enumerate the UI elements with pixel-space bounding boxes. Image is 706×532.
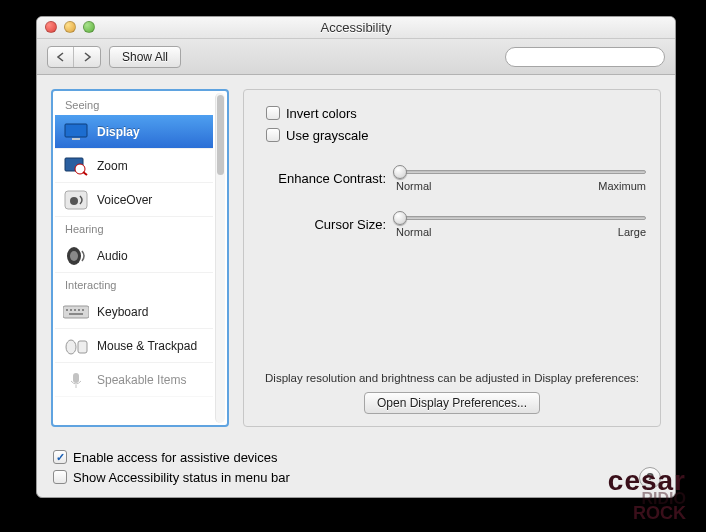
- checkbox-unchecked-icon[interactable]: [266, 128, 280, 142]
- sidebar-item-keyboard[interactable]: Keyboard: [55, 295, 213, 329]
- chevron-left-icon: [56, 52, 65, 62]
- sidebar-item-display[interactable]: Display: [55, 115, 213, 149]
- audio-icon: [63, 245, 89, 267]
- zoom-icon: [63, 155, 89, 177]
- svg-rect-3: [72, 138, 80, 140]
- group-hearing: Hearing: [55, 217, 225, 239]
- svg-rect-13: [70, 309, 72, 311]
- sidebar-item-mouse-trackpad[interactable]: Mouse & Trackpad: [55, 329, 213, 363]
- sidebar: Seeing Display Zoom: [51, 89, 229, 427]
- content: Seeing Display Zoom: [37, 75, 675, 441]
- sidebar-item-label: Zoom: [97, 159, 128, 173]
- chevron-right-icon: [83, 52, 92, 62]
- forward-button[interactable]: [74, 47, 100, 67]
- sidebar-item-voiceover[interactable]: VoiceOver: [55, 183, 213, 217]
- sidebar-item-label: Display: [97, 125, 140, 139]
- sidebar-item-label: Mouse & Trackpad: [97, 339, 197, 353]
- enable-assistive-label: Enable access for assistive devices: [73, 450, 277, 465]
- scrollbar-thumb[interactable]: [217, 95, 224, 175]
- svg-point-10: [70, 251, 78, 261]
- minimize-icon[interactable]: [64, 21, 76, 33]
- enhance-contrast-label: Enhance Contrast:: [258, 171, 386, 186]
- svg-rect-20: [73, 373, 79, 383]
- nav-segment: [47, 46, 101, 68]
- sidebar-item-label: Keyboard: [97, 305, 148, 319]
- svg-rect-19: [78, 341, 87, 353]
- sidebar-item-zoom[interactable]: Zoom: [55, 149, 213, 183]
- checkbox-checked-icon[interactable]: [53, 450, 67, 464]
- cursor-size-label: Cursor Size:: [258, 217, 386, 232]
- sidebar-item-speakable[interactable]: Speakable Items: [55, 363, 213, 397]
- display-icon: [63, 121, 89, 143]
- svg-rect-12: [66, 309, 68, 311]
- show-status-menubar-row[interactable]: Show Accessibility status in menu bar: [53, 467, 659, 487]
- cursor-min-label: Normal: [396, 226, 431, 238]
- contrast-min-label: Normal: [396, 180, 431, 192]
- svg-rect-2: [65, 124, 87, 137]
- sidebar-item-audio[interactable]: Audio: [55, 239, 213, 273]
- svg-rect-16: [82, 309, 84, 311]
- cursor-max-label: Large: [618, 226, 646, 238]
- back-button[interactable]: [48, 47, 74, 67]
- sidebar-item-label: Audio: [97, 249, 128, 263]
- keyboard-icon: [63, 301, 89, 323]
- show-all-button[interactable]: Show All: [109, 46, 181, 68]
- svg-rect-17: [69, 313, 83, 315]
- search-input[interactable]: [505, 47, 665, 67]
- display-hint: Display resolution and brightness can be…: [258, 372, 646, 384]
- svg-point-18: [66, 340, 76, 354]
- svg-point-8: [70, 197, 78, 205]
- close-icon[interactable]: [45, 21, 57, 33]
- enhance-contrast-slider[interactable]: [396, 170, 646, 174]
- contrast-max-label: Maximum: [598, 180, 646, 192]
- voiceover-icon: [63, 189, 89, 211]
- display-panel: Invert colors Use grayscale Enhance Cont…: [243, 89, 661, 427]
- sidebar-item-label: VoiceOver: [97, 193, 152, 207]
- checkbox-unchecked-icon[interactable]: [266, 106, 280, 120]
- cursor-size-row: Cursor Size: Normal Large: [258, 210, 646, 238]
- titlebar: Accessibility: [37, 17, 675, 39]
- watermark: cesar RIDIO ROCK: [608, 470, 686, 520]
- bottom-bar: Enable access for assistive devices Show…: [37, 441, 675, 487]
- preferences-window: Accessibility Show All Seeing: [36, 16, 676, 498]
- window-title: Accessibility: [321, 20, 392, 35]
- traffic-lights: [45, 21, 95, 33]
- mic-icon: [63, 369, 89, 391]
- watermark-line3: ROCK: [608, 506, 686, 520]
- cursor-size-slider[interactable]: [396, 216, 646, 220]
- sidebar-item-label: Speakable Items: [97, 373, 186, 387]
- mouse-icon: [63, 335, 89, 357]
- svg-rect-11: [63, 306, 89, 318]
- slider-knob[interactable]: [393, 165, 407, 179]
- invert-colors-row[interactable]: Invert colors: [266, 102, 646, 124]
- group-interacting: Interacting: [55, 273, 225, 295]
- checkbox-unchecked-icon[interactable]: [53, 470, 67, 484]
- svg-rect-14: [74, 309, 76, 311]
- zoom-window-icon[interactable]: [83, 21, 95, 33]
- show-status-menubar-label: Show Accessibility status in menu bar: [73, 470, 290, 485]
- enhance-contrast-row: Enhance Contrast: Normal Maximum: [258, 164, 646, 192]
- invert-colors-label: Invert colors: [286, 106, 357, 121]
- svg-rect-15: [78, 309, 80, 311]
- slider-knob[interactable]: [393, 211, 407, 225]
- open-display-prefs-button[interactable]: Open Display Preferences...: [364, 392, 540, 414]
- enable-assistive-row[interactable]: Enable access for assistive devices: [53, 447, 659, 467]
- use-grayscale-row[interactable]: Use grayscale: [266, 124, 646, 146]
- toolbar: Show All: [37, 39, 675, 75]
- use-grayscale-label: Use grayscale: [286, 128, 368, 143]
- scrollbar[interactable]: [215, 93, 225, 423]
- search-wrap: [505, 47, 665, 67]
- group-seeing: Seeing: [55, 93, 225, 115]
- svg-line-6: [83, 172, 87, 175]
